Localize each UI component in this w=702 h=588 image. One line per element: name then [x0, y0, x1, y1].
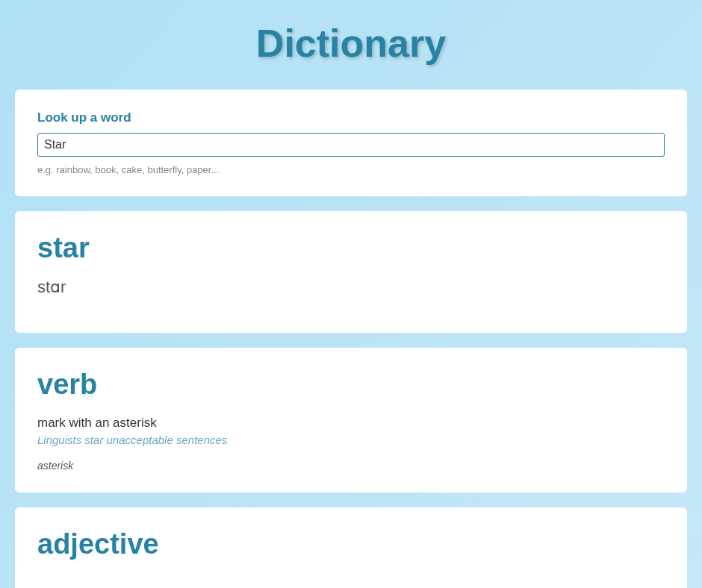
search-input[interactable] [37, 133, 665, 157]
pos-heading: verb [37, 369, 665, 401]
entry-word: star [37, 232, 665, 264]
search-label: Look up a word [37, 110, 665, 125]
search-hint: e.g. rainbow, book, cake, butterfly, pap… [37, 164, 665, 175]
pos-heading: adjective [37, 528, 665, 560]
word-entry-card: star stɑr [15, 211, 687, 333]
synonym-text: asterisk [37, 460, 665, 472]
sense-card-verb: verb mark with an asterisk Linguists sta… [15, 348, 687, 492]
sense-card-adjective: adjective [15, 507, 687, 588]
search-card: Look up a word e.g. rainbow, book, cake,… [15, 90, 687, 196]
definition-text: mark with an asterisk [37, 416, 665, 431]
example-text: Linguists star unacceptable sentences [37, 434, 665, 446]
entry-pronunciation: stɑr [37, 278, 665, 297]
page-title: Dictionary [15, 0, 687, 90]
